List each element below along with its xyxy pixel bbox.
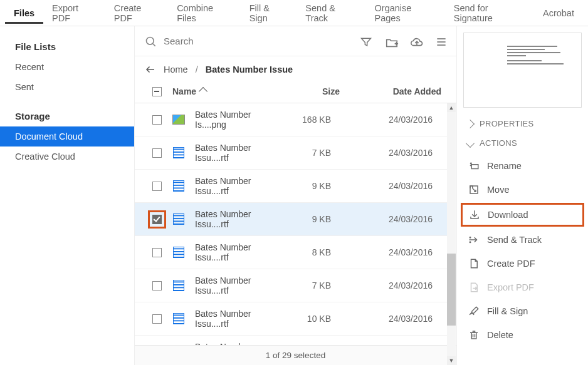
rtf-file-icon — [172, 147, 185, 159]
file-date: 24/03/2016 — [344, 148, 438, 158]
file-size: 168 KB — [281, 115, 344, 125]
file-name: Bates Number Issu....rtf — [195, 143, 281, 163]
column-date[interactable]: Date Added — [352, 86, 446, 96]
select-all-checkbox[interactable] — [152, 87, 162, 96]
left-sidebar: File Lists RecentSent Storage Document C… — [0, 26, 135, 365]
file-name: Bates Number Issu....rtf — [195, 275, 281, 296]
actions-section[interactable]: ACTIONS — [457, 133, 588, 153]
row-checkbox[interactable] — [152, 115, 162, 125]
file-name: Bates Number Issu....rtf — [195, 176, 281, 196]
scroll-up-icon[interactable]: ▲ — [447, 103, 456, 112]
tab-create-pdf[interactable]: Create PDF — [105, 0, 168, 29]
back-icon[interactable] — [145, 64, 156, 75]
tab-acrobat[interactable]: Acrobat — [534, 2, 583, 24]
action-send-track[interactable]: Send & Track — [457, 228, 588, 252]
file-list: Bates Number Is....png168 KB24/03/2016Ba… — [135, 103, 456, 345]
tab-combine-files[interactable]: Combine Files — [168, 0, 241, 29]
file-size: 8 KB — [281, 247, 344, 257]
row-checkbox[interactable] — [152, 281, 162, 290]
action-move[interactable]: Move — [457, 178, 588, 202]
column-name[interactable]: Name — [169, 86, 290, 96]
download-icon — [469, 209, 480, 220]
filter-icon[interactable] — [360, 36, 371, 47]
tab-fill-sign[interactable]: Fill & Sign — [241, 0, 297, 29]
top-tabs: FilesExport PDFCreate PDFCombine FilesFi… — [0, 0, 588, 26]
rename-icon — [468, 160, 480, 172]
file-name: Bates Number Issu....rtf — [195, 209, 281, 229]
toolbar — [135, 26, 456, 56]
sidebar-item-recent[interactable]: Recent — [0, 57, 134, 77]
sidebar-item-creative-cloud[interactable]: Creative Cloud — [0, 147, 134, 167]
column-size[interactable]: Size — [290, 86, 352, 96]
fill-sign-icon — [468, 306, 480, 317]
properties-section[interactable]: PROPERTIES — [457, 114, 588, 133]
breadcrumb-home[interactable]: Home — [164, 64, 188, 75]
table-header: Name Size Date Added — [135, 80, 456, 103]
rtf-file-icon — [172, 180, 185, 192]
action-create-pdf[interactable]: Create PDF — [457, 252, 588, 275]
row-checkbox[interactable] — [152, 148, 162, 158]
sidebar-item-sent[interactable]: Sent — [0, 77, 134, 97]
sidebar-item-document-cloud[interactable]: Document Cloud — [0, 126, 134, 147]
table-row[interactable]: Bates Number Is....png168 KB24/03/2016 — [135, 103, 448, 136]
sort-asc-icon — [200, 86, 206, 96]
tab-organise-pages[interactable]: Organise Pages — [366, 0, 445, 29]
breadcrumb-current: Bates Number Issue — [206, 64, 293, 75]
row-checkbox[interactable] — [152, 215, 162, 224]
row-checkbox[interactable] — [152, 314, 162, 324]
sidebar-heading-filelists: File Lists — [0, 36, 134, 57]
scroll-down-icon[interactable]: ▼ — [447, 356, 456, 365]
delete-icon — [468, 329, 480, 341]
tab-send-for-signature[interactable]: Send for Signature — [445, 0, 534, 29]
table-row[interactable]: Bates Number Issu....rtf9 KB24/03/2016 — [135, 203, 448, 236]
table-row[interactable]: Bates Number Issu....rtf9 KB24/03/2016 — [135, 170, 448, 203]
action-export-pdf: Export PDF — [457, 275, 588, 299]
file-name: Bates Number Is....png — [195, 110, 281, 130]
file-size: 7 KB — [281, 280, 344, 290]
table-row[interactable]: Bates Number Issu....rtf10 KB24/03/2016 — [135, 302, 448, 336]
scroll-thumb[interactable] — [447, 254, 456, 326]
row-checkbox[interactable] — [152, 248, 162, 257]
action-rename[interactable]: Rename — [457, 154, 588, 178]
row-checkbox[interactable] — [152, 182, 162, 191]
tab-send-track[interactable]: Send & Track — [297, 0, 365, 29]
svg-point-0 — [147, 37, 154, 44]
content-area: Home / Bates Number Issue Name Size Date… — [135, 26, 456, 365]
file-size: 7 KB — [281, 148, 344, 158]
file-size: 9 KB — [281, 181, 344, 191]
table-row[interactable]: Bates Number Issu....rtf7 KB24/03/2016 — [135, 269, 448, 302]
tab-export-pdf[interactable]: Export PDF — [43, 0, 105, 29]
scrollbar[interactable]: ▲ ▼ — [447, 103, 456, 365]
breadcrumb: Home / Bates Number Issue — [135, 56, 456, 80]
status-bar: 1 of 29 selected — [135, 345, 456, 365]
file-name: Bates Number Issu....rtf — [195, 242, 281, 262]
action-fill-sign[interactable]: Fill & Sign — [457, 299, 588, 323]
table-row[interactable]: Bates Number Issu....rtf7 KB24/03/2016 — [135, 136, 448, 170]
svg-line-11 — [473, 188, 476, 192]
checkbox-highlight — [148, 210, 166, 229]
file-date: 24/03/2016 — [344, 214, 438, 224]
file-name: Bates Number Issu....rtf — [195, 342, 281, 345]
cloud-upload-icon[interactable] — [410, 36, 421, 47]
svg-point-15 — [470, 242, 471, 243]
svg-rect-9 — [471, 165, 478, 169]
table-row[interactable]: Bates Number Issu....rtf9 KB24/03/2016 — [135, 336, 448, 345]
action-download[interactable]: Download — [461, 203, 584, 227]
sidebar-heading-storage: Storage — [0, 106, 134, 126]
file-date: 24/03/2016 — [344, 314, 438, 324]
tab-files[interactable]: Files — [5, 2, 43, 24]
table-row[interactable]: Bates Number Issu....rtf8 KB24/03/2016 — [135, 236, 448, 269]
action-delete[interactable]: Delete — [457, 323, 588, 347]
rtf-file-icon — [172, 312, 185, 325]
file-date: 24/03/2016 — [344, 247, 438, 257]
search-icon — [145, 36, 156, 47]
menu-icon[interactable] — [435, 36, 446, 47]
preview-thumbnail[interactable] — [463, 33, 582, 108]
search-input[interactable] — [162, 35, 355, 47]
svg-point-14 — [470, 237, 471, 239]
export-pdf-icon — [468, 282, 480, 293]
chevron-down-icon — [466, 138, 475, 147]
send-track-icon — [468, 234, 480, 245]
file-date: 24/03/2016 — [344, 181, 438, 191]
new-folder-icon[interactable] — [385, 36, 396, 47]
